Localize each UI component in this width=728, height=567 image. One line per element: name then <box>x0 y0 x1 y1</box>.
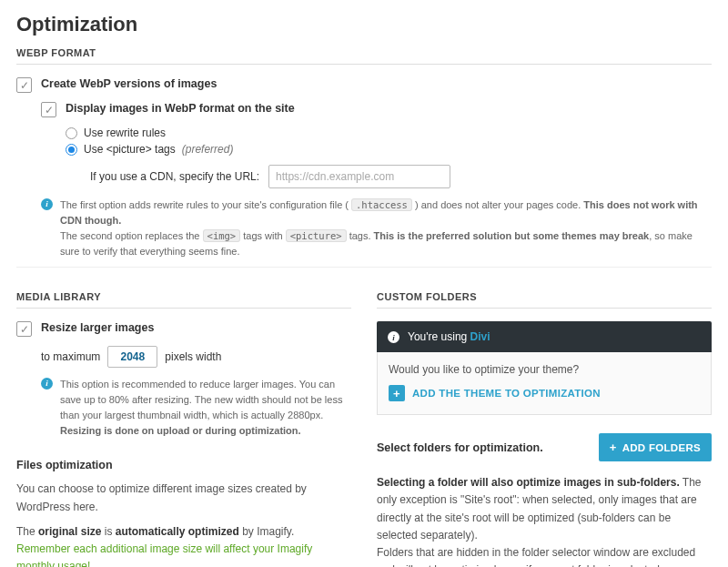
display-webp-label: Display images in WebP format on the sit… <box>66 102 295 115</box>
section-webp-format: WEBP FORMAT <box>16 40 712 65</box>
picture-tags-radio[interactable] <box>66 144 77 156</box>
section-media-library: MEDIA LIBRARY <box>16 284 351 309</box>
theme-banner: i You're using Divi <box>377 321 712 352</box>
plus-icon: + <box>389 385 405 401</box>
cdn-label: If you use a CDN, specify the URL: <box>90 170 259 183</box>
pixels-width-label: pixels width <box>165 350 221 363</box>
preferred-note: (preferred) <box>182 143 234 156</box>
cdn-url-input[interactable] <box>268 165 450 188</box>
add-theme-button[interactable]: + ADD THE THEME TO OPTIMIZATION <box>389 385 601 401</box>
select-folders-label: Select folders for optimization. <box>377 441 543 454</box>
files-line2: The original size is automatically optim… <box>16 523 351 541</box>
optimize-theme-question: Would you like to optimize your theme? <box>389 363 700 376</box>
plus-icon: + <box>610 440 617 454</box>
theme-name: Divi <box>470 330 490 343</box>
create-webp-checkbox[interactable] <box>16 77 32 93</box>
folder-description: Selecting a folder will also optimize im… <box>377 474 712 567</box>
picture-tags-label: Use <picture> tags <box>84 143 176 156</box>
info-icon: i <box>41 378 53 390</box>
resize-larger-label: Resize larger images <box>41 321 154 334</box>
create-webp-label: Create WebP versions of images <box>41 77 217 90</box>
info-icon: i <box>388 331 399 343</box>
resize-larger-checkbox[interactable] <box>16 321 32 337</box>
page-title: Optimization <box>16 13 712 36</box>
resize-info-text: This option is recommended to reduce lar… <box>60 377 351 439</box>
section-custom-folders: CUSTOM FOLDERS <box>377 284 712 309</box>
max-width-input[interactable] <box>107 346 157 368</box>
webp-info-text: The first option adds rewrite rules to y… <box>60 197 712 259</box>
info-icon: i <box>41 198 53 210</box>
to-maximum-label: to maximum <box>41 350 100 363</box>
files-green-note: Remember each additional image size will… <box>16 541 351 567</box>
rewrite-rules-radio[interactable] <box>66 127 77 139</box>
files-optimization-heading: Files optimization <box>16 459 351 471</box>
add-folders-button[interactable]: + ADD FOLDERS <box>599 433 712 461</box>
display-webp-checkbox[interactable] <box>41 102 56 117</box>
rewrite-rules-label: Use rewrite rules <box>84 127 166 139</box>
files-line1: You can choose to optimize different ima… <box>16 481 351 515</box>
